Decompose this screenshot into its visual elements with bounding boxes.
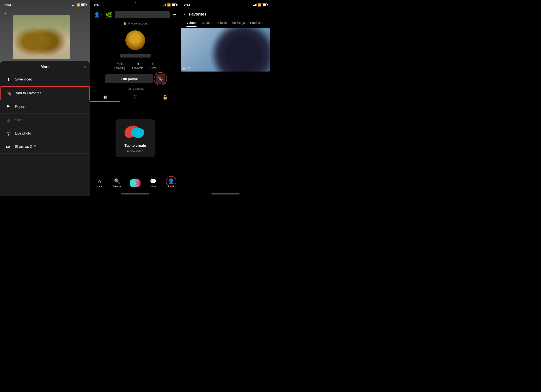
nav-create[interactable]: +: [126, 178, 144, 189]
likes-stat: 0 Likes: [150, 62, 156, 70]
signal-icon-p3: [253, 4, 256, 6]
status-icons-panel3: 📶: [253, 3, 267, 7]
tab-liked[interactable]: ♡: [120, 92, 150, 102]
more-bottom-sheet: More × ⬇ Save video 🔖 Add to Favorites ⚑…: [0, 61, 90, 196]
likes-label: Likes: [150, 67, 156, 70]
inbox-label: Inbox: [151, 185, 156, 188]
wifi-icon-p2: 📶: [167, 3, 171, 7]
time-panel2: 2:40: [94, 3, 100, 7]
home-indicator-panel2: [90, 192, 180, 196]
username-blocked: [115, 11, 170, 18]
create-plus-button[interactable]: +: [130, 179, 140, 187]
profile-stats: 90 Following 0 Followers 0 Likes: [90, 59, 180, 72]
avatar-section: [90, 27, 180, 52]
live-photo-label: Live photo: [15, 131, 31, 135]
create-video-art: [122, 124, 148, 141]
report-label: Report: [15, 105, 25, 109]
live-photo-item[interactable]: ◎ Live photo: [0, 127, 90, 140]
wifi-icon: 📶: [76, 3, 80, 7]
battery-icon: [81, 4, 86, 6]
close-button[interactable]: ×: [83, 65, 86, 69]
tab-favorites-hashtags[interactable]: Hashtags: [229, 19, 248, 27]
favorites-video-grid: ▶ 810: [180, 27, 270, 192]
share-gif-label: Share as GIF: [15, 145, 36, 149]
sheet-header: More ×: [0, 61, 90, 73]
nav-discover[interactable]: 🔍 Discover: [108, 176, 126, 189]
profile-main-content: Tap to create a new video: [90, 102, 180, 174]
avatar-image: [125, 31, 145, 50]
edit-profile-button[interactable]: Edit profile: [105, 74, 153, 83]
status-bar-panel1: 2:34 📶: [0, 0, 90, 10]
add-bio-text[interactable]: Tap to add bio: [90, 85, 180, 92]
username-display: [120, 54, 151, 57]
battery-fill-p2: [172, 4, 175, 6]
panel-favorites: 2:41 📶 ‹ Favorites Videos Sounds Effects…: [180, 0, 270, 196]
signal-bar-1: [72, 5, 73, 6]
status-bar-panel3: 2:41 📶: [180, 0, 270, 10]
bookmark-icon: 🔖: [6, 90, 12, 96]
report-icon: ⚑: [5, 104, 11, 110]
sheet-title: More: [41, 65, 50, 69]
favorites-title: Favorites: [189, 12, 206, 17]
profile-top-bar: 👤+ 🌿 ☰: [90, 10, 180, 20]
search-icon: 🔍: [114, 178, 121, 184]
profile-content-tabs: ▦ ♡ 🔒: [90, 92, 180, 102]
play-count-number: 810: [186, 67, 191, 70]
live-photo-icon: ◎: [5, 130, 11, 136]
play-icon: ▶: [183, 67, 185, 70]
report-item[interactable]: ⚑ Report: [0, 100, 90, 113]
favorites-back-button[interactable]: ‹: [184, 11, 185, 17]
favorites-bookmark-button[interactable]: 🔖: [156, 74, 165, 83]
tab-private[interactable]: 🔒: [150, 92, 180, 102]
discover-label: Discover: [113, 185, 122, 188]
lock-icon: 🔒: [123, 22, 126, 25]
avatar: [125, 31, 145, 50]
favorite-video-thumb[interactable]: ▶ 810: [181, 28, 270, 72]
signal-bar-3: [74, 4, 74, 6]
signal-icon: [72, 4, 75, 6]
inbox-icon: 💬: [150, 178, 156, 184]
time-panel1: 2:34: [4, 3, 11, 7]
home-indicator-panel3: [180, 192, 270, 196]
add-user-icon[interactable]: 👤+: [94, 12, 103, 18]
home-bar-panel2: [121, 193, 150, 195]
wifi-icon-p3: 📶: [258, 3, 261, 7]
nav-profile[interactable]: 👤 Profile: [162, 176, 180, 189]
stitch-item: ⊞ Stitch: [0, 113, 90, 127]
signal-icon-p2: [163, 4, 166, 6]
stitch-label: Stitch: [15, 118, 24, 122]
tab-favorites-sounds[interactable]: Sounds: [199, 19, 215, 27]
nav-inbox[interactable]: 💬 Inbox: [144, 176, 162, 189]
stitch-icon: ⊞: [5, 117, 11, 123]
tab-posts[interactable]: ▦: [90, 92, 120, 102]
create-video-bubble[interactable]: Tap to create a new video: [115, 119, 155, 157]
hamburger-menu[interactable]: ☰: [172, 12, 177, 18]
status-icons-panel1: 📶: [72, 3, 86, 7]
home-icon: ⌂: [98, 178, 101, 184]
favorites-header: ‹ Favorites: [180, 10, 270, 19]
save-video-label: Save video: [15, 77, 32, 81]
tiktok-logo: 🌿: [105, 12, 112, 18]
tab-favorites-videos[interactable]: Videos: [184, 19, 199, 27]
status-bar-panel2: 2:40 📶: [90, 0, 180, 10]
profile-nav-highlight-circle: [166, 176, 176, 187]
favorites-tabs: Videos Sounds Effects Hashtags Products: [180, 19, 270, 27]
add-favorites-item[interactable]: 🔖 Add to Favorites: [0, 86, 90, 100]
create-video-text-main: Tap to create: [125, 144, 146, 148]
red-dot: [135, 2, 136, 3]
following-stat[interactable]: 90 Following: [114, 62, 125, 70]
followers-stat[interactable]: 0 Followers: [132, 62, 143, 70]
share-gif-item[interactable]: GIF Share as GIF: [0, 140, 90, 154]
back-button[interactable]: ‹: [4, 10, 6, 15]
private-account-badge: 🔒 Private account: [90, 20, 180, 27]
likes-count: 0: [150, 62, 156, 67]
nav-home[interactable]: ⌂ Home: [90, 176, 108, 189]
home-label: Home: [97, 185, 102, 188]
time-panel3: 2:41: [184, 3, 190, 7]
tab-favorites-products[interactable]: Products: [248, 19, 265, 27]
tab-favorites-effects[interactable]: Effects: [215, 19, 229, 27]
battery-fill: [81, 4, 84, 6]
followers-label: Followers: [132, 67, 143, 70]
save-video-item[interactable]: ⬇ Save video: [0, 73, 90, 86]
status-icons-panel2: 📶: [163, 3, 177, 7]
